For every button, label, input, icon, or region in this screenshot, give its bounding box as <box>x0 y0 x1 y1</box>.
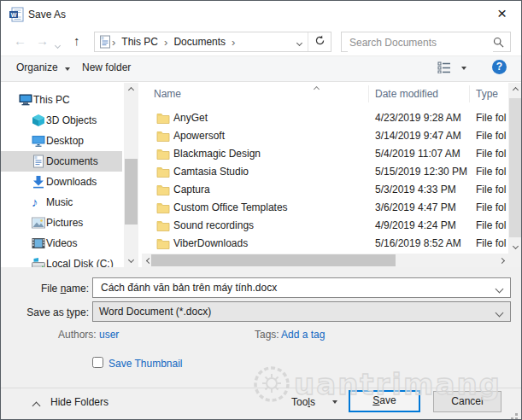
sidebar-item-label: Downloads <box>46 176 97 188</box>
folder-icon <box>156 201 170 213</box>
title-bar: W Save As × <box>1 1 521 28</box>
up-button[interactable]: ↑ <box>73 33 80 48</box>
word-document-icon: W <box>9 7 24 22</box>
resize-grip[interactable] <box>515 413 518 416</box>
save-as-dialog: W Save As × ← → ↑ › This PC › Documents … <box>0 0 522 420</box>
sidebar-item-music[interactable]: ♪ Music <box>1 192 122 213</box>
scrollbar-thumb[interactable] <box>151 254 396 266</box>
scroll-up-icon[interactable] <box>124 83 138 97</box>
sidebar-scrollbar[interactable] <box>124 83 138 267</box>
address-bar[interactable]: › This PC › Documents › <box>94 32 331 52</box>
sidebar-item-label: Pictures <box>46 217 83 229</box>
computer-icon <box>19 93 32 107</box>
dropdown-arrow-icon <box>65 67 70 71</box>
file-row-captura[interactable]: Captura 5/3/2019 4:33 PM File fol <box>142 181 508 199</box>
sidebar-item-local-disk-c[interactable]: Local Disk (C:) <box>1 254 122 267</box>
tools-dropdown-arrow-icon[interactable] <box>332 400 337 404</box>
folder-icon <box>156 237 170 249</box>
dropdown-arrow-icon <box>461 67 466 70</box>
sidebar-item-label: Music <box>46 196 73 208</box>
file-name-combobox[interactable] <box>92 277 511 298</box>
folder-icon <box>156 148 170 160</box>
3d-cube-icon <box>32 114 45 127</box>
file-row-anyget[interactable]: AnyGet 4/23/2019 9:28 AM File fol <box>142 109 508 127</box>
sidebar-item-label: Videos <box>46 237 77 249</box>
authors-value[interactable]: user <box>99 329 119 341</box>
organize-button[interactable]: Organize <box>16 61 70 73</box>
recent-locations-button[interactable] <box>56 38 60 50</box>
sidebar-item-label: Documents <box>46 155 98 167</box>
navigation-pane: This PC 3D Objects Desktop <box>1 90 122 267</box>
column-header-name[interactable]: Name <box>154 88 181 100</box>
sort-ascending-icon <box>314 86 320 92</box>
cancel-button[interactable]: Cancel <box>433 391 501 412</box>
picture-icon <box>32 216 45 230</box>
hide-folders-label[interactable]: Hide Folders <box>50 396 109 408</box>
breadcrumb-documents[interactable]: Documents <box>168 36 231 48</box>
chevron-down-icon[interactable] <box>496 309 504 318</box>
save-as-type-label: Save as type: <box>1 306 89 318</box>
refresh-button[interactable] <box>308 35 331 49</box>
sidebar-item-3d-objects[interactable]: 3D Objects <box>1 110 122 131</box>
column-header-date-modified[interactable]: Date modified <box>375 88 438 100</box>
save-thumbnail-checkbox[interactable] <box>92 357 103 368</box>
save-as-type-combobox[interactable]: Word Document (*.docx) <box>92 301 511 322</box>
sidebar-item-downloads[interactable]: Downloads <box>1 172 122 192</box>
forward-button[interactable]: → <box>36 33 49 48</box>
scroll-down-icon[interactable] <box>124 253 138 267</box>
sidebar-item-desktop[interactable]: Desktop <box>1 131 122 151</box>
sidebar-item-this-pc[interactable]: This PC <box>1 90 122 110</box>
search-input[interactable] <box>348 33 493 52</box>
list-view-icon <box>437 61 451 73</box>
tags-label: Tags: <box>255 329 279 341</box>
scroll-right-icon[interactable] <box>495 254 508 267</box>
chevron-down-icon[interactable] <box>496 285 504 294</box>
film-strip-icon <box>32 236 45 250</box>
view-options-button[interactable] <box>437 61 466 76</box>
scrollbar-thumb[interactable] <box>509 98 522 237</box>
file-row-sound-recordings[interactable]: Sound recordings 4/9/2019 4:24 PM File f… <box>142 217 508 235</box>
sidebar-item-label: Local Disk (C:) <box>46 258 114 267</box>
list-header: Name Date modified Type <box>142 83 508 105</box>
address-dropdown-button[interactable] <box>291 36 308 48</box>
help-button[interactable]: ? <box>492 60 507 74</box>
sidebar-item-label: Desktop <box>46 135 84 147</box>
file-list: AnyGet 4/23/2019 9:28 AM File fol Apower… <box>142 109 508 254</box>
save-button[interactable]: Save <box>349 390 420 412</box>
list-vertical-scrollbar[interactable] <box>508 83 522 254</box>
file-row-blackmagic-design[interactable]: Blackmagic Design 5/4/2019 11:07 AM File… <box>142 145 508 163</box>
file-row-camtasia-studio[interactable]: Camtasia Studio 5/15/2019 12:30 PM File … <box>142 163 508 181</box>
sidebar-item-videos[interactable]: Videos <box>1 233 122 254</box>
new-folder-button[interactable]: New folder <box>82 61 131 73</box>
save-as-type-value: Word Document (*.docx) <box>99 306 211 318</box>
breadcrumb-this-pc[interactable]: This PC <box>116 36 163 48</box>
hide-folders-button[interactable] <box>33 400 39 411</box>
back-button[interactable]: ← <box>14 33 26 48</box>
sidebar-item-label: This PC <box>33 94 70 106</box>
document-icon <box>32 155 45 168</box>
tools-button[interactable]: Tools <box>291 396 315 408</box>
music-note-icon: ♪ <box>32 195 45 209</box>
window-title: Save As <box>28 9 66 20</box>
column-header-type[interactable]: Type <box>476 88 498 100</box>
sidebar-item-documents[interactable]: Documents <box>1 151 122 172</box>
organize-label: Organize <box>16 61 58 73</box>
documents-location-icon <box>99 35 111 49</box>
add-a-tag-link[interactable]: Add a tag <box>281 329 325 341</box>
scrollbar-thumb[interactable] <box>125 159 138 225</box>
scroll-up-icon[interactable] <box>508 83 522 97</box>
sidebar-item-pictures[interactable]: Pictures <box>1 213 122 233</box>
file-row-custom-office-templates[interactable]: Custom Office Templates 3/6/2019 4:47 PM… <box>142 199 508 217</box>
sidebar-item-label: 3D Objects <box>46 114 97 126</box>
folder-icon <box>156 219 170 231</box>
save-thumbnail-label[interactable]: Save Thumbnail <box>109 358 183 370</box>
list-horizontal-scrollbar[interactable] <box>142 254 508 267</box>
file-row-viberdownloads[interactable]: ViberDownloads 5/16/2019 8:52 AM File fo… <box>142 235 508 253</box>
download-arrow-icon <box>32 175 45 189</box>
close-button[interactable]: × <box>483 1 521 26</box>
scroll-down-icon[interactable] <box>508 239 522 254</box>
svg-text:W: W <box>11 12 17 18</box>
file-row-apowersoft[interactable]: Apowersoft 3/14/2019 9:47 AM File fol <box>142 127 508 145</box>
folder-icon <box>156 130 170 142</box>
file-name-input[interactable] <box>99 278 496 297</box>
